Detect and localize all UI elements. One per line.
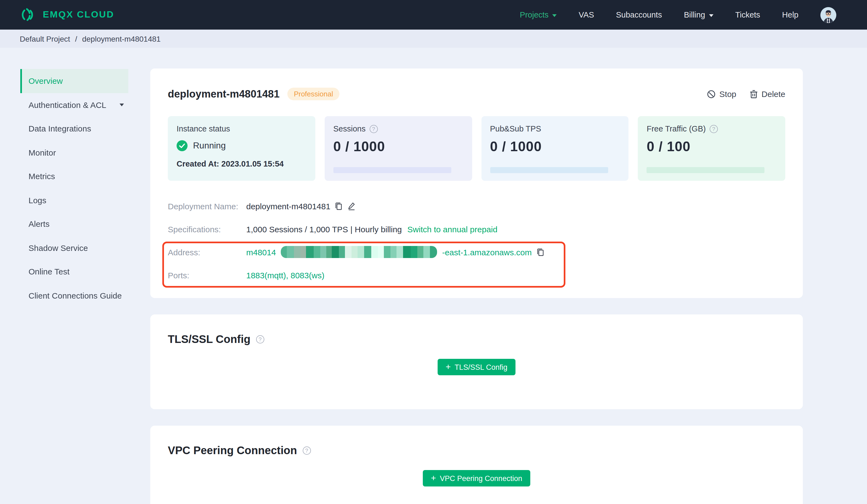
help-circle-icon[interactable]: ? xyxy=(302,447,311,455)
trash-icon xyxy=(749,90,758,98)
specifications-row: Specifications: 1,000 Sessions / 1,000 T… xyxy=(168,218,785,241)
ports-value: 1883(mqtt), 8083(ws) xyxy=(246,270,324,280)
sidebar-item-monitor[interactable]: Monitor xyxy=(20,141,128,164)
plus-icon: + xyxy=(446,362,451,371)
sidebar-item-alerts[interactable]: Alerts xyxy=(20,212,128,236)
brand[interactable]: EMQX CLOUD xyxy=(20,7,114,23)
deployment-overview-card: deployment-m4801481 Professional Stop xyxy=(150,68,803,298)
stat-sessions: Sessions ? 0 / 1000 xyxy=(325,116,472,181)
traffic-value: 0 / 100 xyxy=(647,139,777,154)
deployment-title: deployment-m4801481 xyxy=(168,88,280,100)
delete-button[interactable]: Delete xyxy=(749,89,785,99)
stat-pubsub-tps: Pub&Sub TPS 0 / 1000 xyxy=(481,116,629,181)
chevron-down-icon xyxy=(119,103,124,106)
nav-item-vas[interactable]: VAS xyxy=(579,10,594,19)
sidebar-item-data-integrations[interactable]: Data Integrations xyxy=(20,117,128,141)
stop-button[interactable]: Stop xyxy=(707,89,737,99)
stop-icon xyxy=(707,90,716,98)
content: Overview Authentication & ACL Data Integ… xyxy=(0,48,867,504)
sessions-progress-bar xyxy=(333,167,451,173)
user-avatar[interactable] xyxy=(821,7,836,23)
copy-icon[interactable] xyxy=(335,202,343,210)
nav-item-subaccounts[interactable]: Subaccounts xyxy=(616,10,662,19)
tls-ssl-card: TLS/SSL Config ? + TLS/SSL Config xyxy=(150,315,803,409)
ports-row: Ports: 1883(mqtt), 8083(ws) xyxy=(168,263,785,286)
chevron-down-icon xyxy=(553,14,557,17)
breadcrumb-separator: / xyxy=(75,34,77,43)
breadcrumb: Default Project / deployment-m4801481 xyxy=(0,30,867,48)
created-at-text: Created At: 2023.01.05 15:54 xyxy=(176,158,307,169)
breadcrumb-deployment: deployment-m4801481 xyxy=(82,34,160,43)
help-circle-icon[interactable]: ? xyxy=(256,335,264,343)
tls-ssl-title: TLS/SSL Config xyxy=(168,333,250,346)
help-circle-icon[interactable]: ? xyxy=(710,125,718,133)
nav-item-billing[interactable]: Billing xyxy=(684,10,713,19)
vpc-peering-title: VPC Peering Connection xyxy=(168,444,297,457)
top-navbar: EMQX CLOUD Projects VAS Subaccounts Bill… xyxy=(0,0,867,30)
switch-annual-prepaid-link[interactable]: Switch to annual prepaid xyxy=(407,224,497,234)
sidebar-item-online-test[interactable]: Online Test xyxy=(20,260,128,284)
address-prefix: m48014 xyxy=(246,247,276,257)
page: EMQX CLOUD Projects VAS Subaccounts Bill… xyxy=(0,0,867,504)
nav-menu: Projects VAS Subaccounts Billing Tickets… xyxy=(520,7,836,23)
breadcrumb-project[interactable]: Default Project xyxy=(20,34,70,43)
address-row: Address: m48014-east-1.amazonaws.com xyxy=(168,241,785,263)
copy-icon[interactable] xyxy=(536,248,544,256)
check-circle-icon xyxy=(176,140,188,151)
sessions-value: 0 / 1000 xyxy=(333,139,463,154)
tps-value: 0 / 1000 xyxy=(490,139,620,154)
sidebar-item-metrics[interactable]: Metrics xyxy=(20,164,128,188)
chevron-down-icon xyxy=(709,14,714,17)
sidebar-item-authentication-acl[interactable]: Authentication & ACL xyxy=(20,93,128,117)
sidebar-item-shadow-service[interactable]: Shadow Service xyxy=(20,236,128,260)
sidebar-item-client-connections-guide[interactable]: Client Connections Guide xyxy=(20,284,128,307)
nav-item-projects[interactable]: Projects xyxy=(520,10,557,19)
traffic-progress-bar xyxy=(647,167,765,173)
sidebar-item-logs[interactable]: Logs xyxy=(20,188,128,212)
nav-item-help[interactable]: Help xyxy=(782,10,799,19)
help-circle-icon[interactable]: ? xyxy=(370,125,377,133)
nav-item-tickets[interactable]: Tickets xyxy=(735,10,760,19)
tps-progress-bar xyxy=(490,167,608,173)
brand-name: EMQX CLOUD xyxy=(43,9,114,20)
edit-pencil-icon[interactable] xyxy=(347,201,356,210)
address-suffix: -east-1.amazonaws.com xyxy=(442,247,532,257)
deployment-name-row: Deployment Name: deployment-m4801481 xyxy=(168,195,785,218)
stat-free-traffic: Free Traffic (GB) ? 0 / 100 xyxy=(638,116,785,181)
add-vpc-peering-button[interactable]: + VPC Peering Connection xyxy=(423,470,531,486)
deployment-details: Deployment Name: deployment-m4801481 xyxy=(168,195,785,286)
deployment-name-value: deployment-m4801481 xyxy=(246,201,330,211)
instance-status-text: Running xyxy=(193,141,226,151)
redacted-address-blur xyxy=(281,246,437,258)
stat-instance-status: Instance status Running Created At: 2023… xyxy=(168,116,315,181)
plan-badge: Professional xyxy=(287,88,340,100)
vpc-peering-card: VPC Peering Connection ? + VPC Peering C… xyxy=(150,426,803,504)
sidebar: Overview Authentication & ACL Data Integ… xyxy=(20,69,128,307)
stats-row: Instance status Running Created At: 2023… xyxy=(168,116,785,181)
emqx-logo-icon xyxy=(20,7,36,23)
specifications-value: 1,000 Sessions / 1,000 TPS | Hourly bill… xyxy=(246,224,402,234)
plus-icon: + xyxy=(431,474,436,482)
sidebar-item-overview[interactable]: Overview xyxy=(20,69,128,93)
add-tls-ssl-config-button[interactable]: + TLS/SSL Config xyxy=(437,359,515,375)
